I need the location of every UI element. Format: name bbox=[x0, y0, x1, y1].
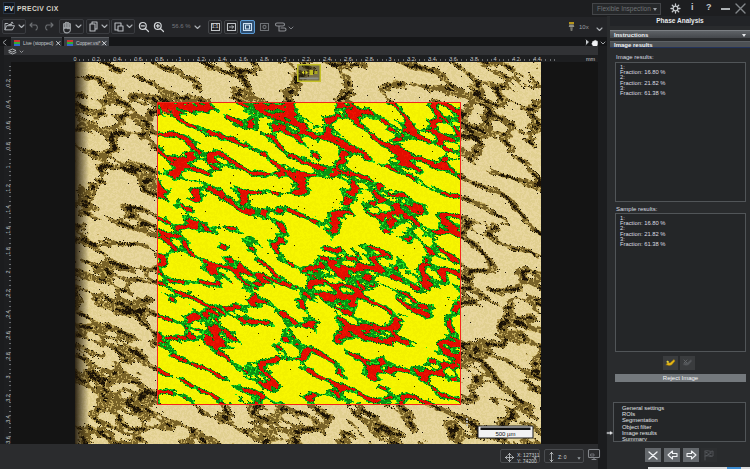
svg-text:ROI: ROI bbox=[162, 108, 175, 115]
svg-text:500 µm: 500 µm bbox=[495, 431, 515, 437]
